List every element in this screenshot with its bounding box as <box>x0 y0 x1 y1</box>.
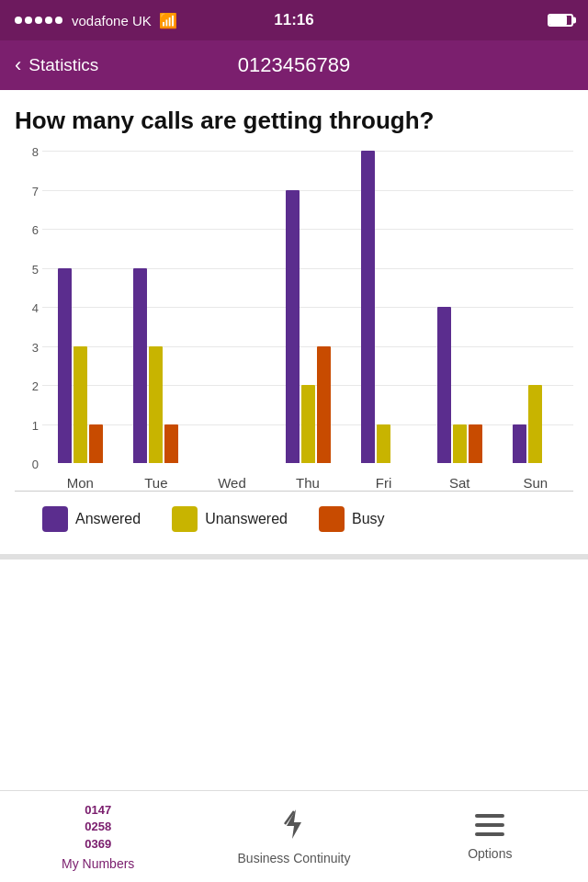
x-label-wed: Wed <box>194 475 270 491</box>
status-bar: vodafone UK 📶 11:16 <box>0 0 588 40</box>
menu-icon <box>475 813 504 842</box>
bottom-nav: 014702580369 My Numbers Business Continu… <box>0 790 588 882</box>
bar-unanswered-mon <box>74 346 87 464</box>
bar-busy-mon <box>89 424 103 464</box>
bar-unanswered-sun <box>528 385 542 463</box>
my-numbers-icon: 014702580369 <box>85 802 111 853</box>
status-left: vodafone UK 📶 <box>15 12 177 29</box>
svg-rect-3 <box>475 832 504 836</box>
nav-bar: ‹ Statistics 0123456789 <box>0 40 588 90</box>
legend-color-busy <box>319 506 345 532</box>
x-label-sat: Sat <box>422 475 498 491</box>
back-label: Statistics <box>28 55 98 75</box>
legend-color-answered <box>42 506 68 532</box>
lightning-icon <box>277 808 311 847</box>
bottom-nav-options[interactable]: Options <box>392 813 588 861</box>
carrier-label: vodafone UK <box>72 13 152 28</box>
x-axis: MonTueWedThuFriSatSun <box>42 475 573 491</box>
legend-item-answered: Answered <box>42 506 141 532</box>
battery-icon <box>548 14 573 27</box>
x-label-thu: Thu <box>270 475 346 491</box>
day-group-thu <box>270 190 346 464</box>
legend-item-busy: Busy <box>319 506 385 532</box>
bar-busy-tue <box>164 424 178 464</box>
back-chevron-icon: ‹ <box>15 53 21 77</box>
signal-dots <box>15 17 62 24</box>
x-label-sun: Sun <box>497 475 573 491</box>
status-time: 11:16 <box>274 11 313 29</box>
options-label: Options <box>468 846 512 861</box>
day-group-mon <box>42 268 119 464</box>
bars-container <box>42 152 573 463</box>
my-numbers-label: My Numbers <box>62 856 134 871</box>
bottom-nav-business-continuity[interactable]: Business Continuity <box>196 808 391 865</box>
chart-container: 012345678 MonTueWedThuFriSatSun Answered… <box>15 152 573 537</box>
day-group-sat <box>422 307 498 463</box>
x-label-fri: Fri <box>345 475 422 491</box>
bottom-nav-my-numbers[interactable]: 014702580369 My Numbers <box>0 802 196 871</box>
bar-busy-sat <box>469 424 482 464</box>
divider <box>0 554 588 560</box>
day-group-sun <box>497 385 573 463</box>
svg-rect-1 <box>475 814 504 818</box>
back-button[interactable]: ‹ Statistics <box>15 53 98 77</box>
legend-label-unanswered: Unanswered <box>205 511 288 527</box>
bar-unanswered-tue <box>149 346 163 464</box>
bar-unanswered-sat <box>453 424 467 464</box>
legend-color-unanswered <box>172 506 198 532</box>
bar-unanswered-fri <box>377 424 390 464</box>
legend-item-unanswered: Unanswered <box>172 506 288 532</box>
main-content: How many calls are getting through? 0123… <box>0 90 588 537</box>
nav-title: 0123456789 <box>238 53 350 77</box>
day-group-tue <box>119 268 195 464</box>
bar-answered-sun <box>513 424 526 464</box>
chart-area: 012345678 MonTueWedThuFriSatSun <box>15 152 573 492</box>
svg-rect-2 <box>475 823 504 827</box>
bar-answered-mon <box>58 268 72 464</box>
svg-marker-0 <box>287 809 301 839</box>
chart-question: How many calls are getting through? <box>15 107 573 135</box>
bar-busy-thu <box>317 346 331 464</box>
x-label-tue: Tue <box>119 475 195 491</box>
bar-unanswered-thu <box>301 385 315 463</box>
legend-label-answered: Answered <box>75 511 141 527</box>
chart-legend: AnsweredUnansweredBusy <box>15 492 573 532</box>
x-label-mon: Mon <box>42 475 119 491</box>
bar-answered-fri <box>361 151 375 463</box>
business-continuity-label: Business Continuity <box>238 851 351 865</box>
bar-answered-tue <box>133 268 147 464</box>
day-group-fri <box>345 151 422 463</box>
bar-answered-thu <box>286 190 300 464</box>
legend-label-busy: Busy <box>352 511 385 527</box>
y-axis: 012345678 <box>15 152 40 464</box>
bar-answered-sat <box>437 307 451 463</box>
wifi-icon: 📶 <box>159 12 177 29</box>
